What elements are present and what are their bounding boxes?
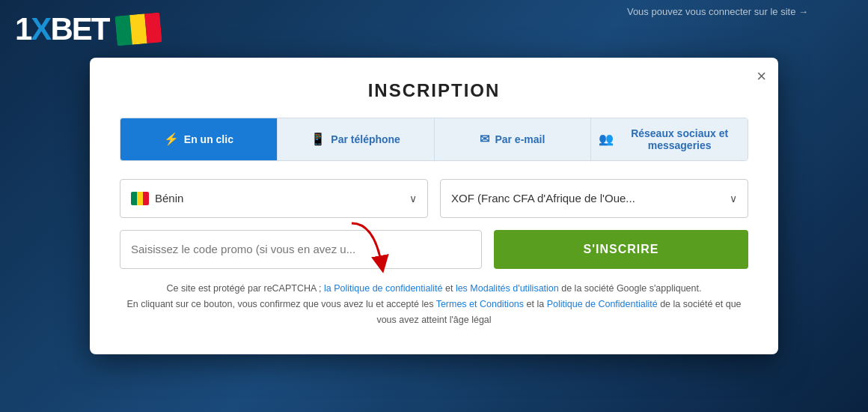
- flag-r: [143, 192, 149, 205]
- tab-one-click[interactable]: ⚡ En un clic: [120, 118, 278, 160]
- link-modalites-utilisation[interactable]: les Modalités d'utilisation: [456, 283, 559, 294]
- flag-red: [145, 12, 162, 43]
- link-politique-confidentialite-2[interactable]: Politique de Confidentialité: [547, 299, 658, 309]
- promo-submit-row: S'INSCRIRE: [120, 230, 748, 269]
- flag-g: [131, 192, 137, 205]
- flag-benin: [115, 12, 162, 46]
- link-politique-confidentialite[interactable]: la Politique de confidentialité: [324, 283, 442, 294]
- tab-email[interactable]: ✉ Par e-mail: [435, 118, 592, 160]
- tab-social[interactable]: 👥 Réseaux sociaux et messageries: [591, 118, 748, 160]
- logo-area: 1XBET: [15, 13, 161, 45]
- legal-line-2: En cliquant sur ce bouton, vous confirme…: [120, 297, 748, 329]
- logo-text: 1XBET: [15, 13, 109, 45]
- legal-recaptcha-text: Ce site est protégé par reCAPTCHA ;: [167, 283, 325, 294]
- legal-line-1: Ce site est protégé par reCAPTCHA ; la P…: [120, 281, 748, 297]
- promo-input[interactable]: [131, 243, 471, 255]
- tab-one-click-label: En un clic: [184, 133, 233, 145]
- legal-confirm-text: En cliquant sur ce bouton, vous confirme…: [126, 299, 435, 309]
- logo-bet: BET: [50, 11, 109, 46]
- country-chevron-icon: ∨: [409, 193, 417, 205]
- tab-phone-label: Par téléphone: [331, 133, 400, 145]
- country-flag: [131, 192, 149, 205]
- modal-backdrop: × INSCRIPTION ⚡ En un clic 📱 Par télépho…: [0, 0, 868, 412]
- country-label: Bénin: [155, 192, 409, 205]
- country-select[interactable]: Bénin ∨: [120, 179, 428, 218]
- legal-text: Ce site est protégé par reCAPTCHA ; la P…: [120, 281, 748, 329]
- tab-bar: ⚡ En un clic 📱 Par téléphone ✉ Par e-mai…: [120, 118, 748, 161]
- currency-select[interactable]: XOF (Franc CFA d'Afrique de l'Oue... ∨: [440, 179, 748, 218]
- promo-input-wrapper: [120, 230, 482, 269]
- currency-label: XOF (Franc CFA d'Afrique de l'Oue...: [451, 192, 730, 205]
- email-icon: ✉: [480, 132, 489, 146]
- tab-phone[interactable]: 📱 Par téléphone: [278, 118, 435, 160]
- legal-google-text: de la société Google s'appliquent.: [559, 283, 702, 294]
- modal: × INSCRIPTION ⚡ En un clic 📱 Par télépho…: [90, 58, 778, 355]
- link-termes-conditions[interactable]: Termes et Conditions: [436, 299, 524, 309]
- phone-icon: 📱: [311, 132, 326, 146]
- flag-y: [137, 192, 143, 205]
- logo-x: X: [31, 11, 50, 46]
- tab-email-label: Par e-mail: [495, 133, 545, 145]
- legal-et-2: et la: [524, 299, 547, 309]
- social-icon: 👥: [599, 132, 614, 146]
- selects-row: Bénin ∨ XOF (Franc CFA d'Afrique de l'Ou…: [120, 179, 748, 218]
- modal-title: INSCRIPTION: [120, 80, 748, 101]
- logo-1: 1: [15, 11, 31, 46]
- legal-et-1: et: [443, 283, 456, 294]
- tab-social-label: Réseaux sociaux et messageries: [619, 127, 740, 151]
- submit-button[interactable]: S'INSCRIRE: [494, 230, 748, 269]
- currency-chevron-icon: ∨: [730, 193, 737, 205]
- lightning-icon: ⚡: [164, 132, 179, 146]
- close-button[interactable]: ×: [757, 68, 766, 85]
